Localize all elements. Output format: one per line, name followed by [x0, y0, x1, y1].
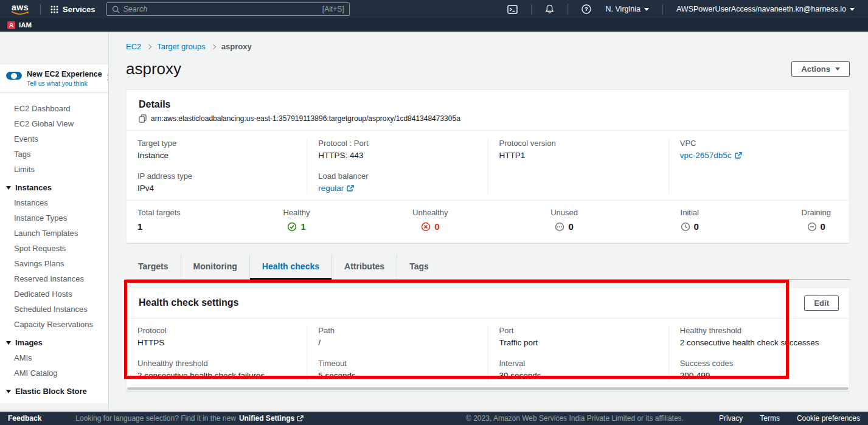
sidebar-item-ami-catalog[interactable]: AMI Catalog — [0, 365, 108, 381]
sidebar-section-instances[interactable]: Instances — [0, 177, 108, 195]
hc-protocol-value: HTTPS — [137, 338, 296, 347]
field-label: Target type — [137, 139, 296, 148]
account-label: AWSPowerUserAccess/navaneeth.kn@harness.… — [676, 5, 846, 13]
close-panel-button[interactable] — [107, 72, 109, 83]
field-label: Load balancer — [318, 171, 476, 181]
breadcrumb: EC2 Target groups asproxy — [126, 42, 850, 51]
new-experience-toggle[interactable] — [6, 72, 22, 80]
sidebar-item-scheduled-instances[interactable]: Scheduled Instances — [0, 302, 108, 317]
health-check-title: Health check settings — [139, 297, 239, 308]
sidebar-item-ec2-global-view[interactable]: EC2 Global View — [0, 116, 108, 131]
cookie-preferences-link[interactable]: Cookie preferences — [797, 414, 860, 423]
stat-total-targets: Total targets 1 — [137, 208, 181, 234]
favorite-iam-shortcut[interactable]: IAM — [7, 21, 32, 29]
details-column-3: Protocol version HTTP1 — [488, 139, 668, 194]
sidebar-item-savings-plans[interactable]: Savings Plans — [0, 256, 108, 271]
services-menu-button[interactable]: Services — [47, 5, 99, 14]
field-label: IP address type — [137, 171, 296, 181]
nav-divider — [531, 4, 532, 15]
hc-column-4: Healthy threshold 2 consecutive health c… — [668, 326, 849, 381]
tab-monitoring[interactable]: Monitoring — [181, 255, 249, 279]
sidebar-item-ec2-dashboard[interactable]: EC2 Dashboard — [0, 101, 108, 116]
language-hint: Looking for language selection? Find it … — [75, 414, 236, 423]
field-label: Port — [499, 326, 658, 335]
ip-address-type-value: IPv4 — [137, 184, 296, 193]
vpc-link[interactable]: vpc-2657db5c — [680, 151, 742, 160]
aws-smile-icon — [11, 11, 29, 15]
sidebar-item-amis[interactable]: AMIs — [0, 350, 108, 365]
sidebar-item-events[interactable]: Events — [0, 131, 108, 147]
protocol-version-value: HTTP1 — [499, 151, 658, 160]
search-bar[interactable]: [Alt+S] — [106, 2, 350, 16]
stat-draining: Draining 0 — [802, 208, 831, 234]
breadcrumb-separator-icon — [147, 44, 151, 49]
copy-icon[interactable] — [139, 114, 147, 123]
field-label: Unhealthy threshold — [137, 359, 296, 368]
breadcrumb-target-groups-link[interactable]: Target groups — [157, 42, 206, 51]
health-check-settings-card: Health check settings Edit Protocol HTTP… — [126, 288, 850, 391]
tell-us-link[interactable]: Tell us what you think — [27, 80, 102, 87]
region-selector[interactable]: N. Virginia — [599, 5, 656, 13]
footer-bar: Feedback Looking for language selection?… — [0, 412, 868, 425]
sidebar-item-instance-types[interactable]: Instance Types — [0, 210, 108, 226]
sidebar-item-tags[interactable]: Tags — [0, 147, 108, 162]
cloudshell-button[interactable] — [500, 5, 525, 14]
notifications-button[interactable] — [538, 4, 561, 14]
sidebar-item-dedicated-hosts[interactable]: Dedicated Hosts — [0, 286, 108, 302]
privacy-link[interactable]: Privacy — [719, 414, 743, 423]
search-input[interactable] — [123, 5, 319, 13]
hc-timeout-value: 5 seconds — [318, 371, 476, 380]
feedback-button[interactable]: Feedback — [8, 414, 41, 423]
tab-attributes[interactable]: Attributes — [332, 255, 397, 279]
breadcrumb-ec2-link[interactable]: EC2 — [126, 42, 141, 51]
chevron-expanded-icon — [6, 341, 11, 345]
tab-health-checks[interactable]: Health checks — [249, 255, 332, 279]
field-label: Protocol — [137, 326, 296, 335]
nav-divider — [568, 4, 568, 15]
favorites-bar: IAM — [0, 18, 868, 32]
sidebar-item-launch-templates[interactable]: Launch Templates — [0, 226, 108, 241]
main-content: EC2 Target groups asproxy asproxy Action… — [109, 32, 868, 412]
load-balancer-link[interactable]: regular — [318, 184, 354, 193]
details-header: Details arn:aws:elasticloadbalancing:us-… — [127, 90, 849, 130]
arn-row: arn:aws:elasticloadbalancing:us-east-1:3… — [139, 114, 837, 123]
terms-link[interactable]: Terms — [760, 414, 780, 423]
hc-column-3: Port Traffic port Interval 30 seconds — [488, 326, 668, 381]
topbar-right-controls: ? N. Virginia AWSPowerUserAccess/navanee… — [500, 4, 862, 15]
unified-settings-link[interactable]: Unified Settings — [239, 414, 304, 423]
target-stats-row: Total targets 1 Healthy 1 Unhealthy — [127, 200, 849, 243]
healthy-check-icon — [287, 222, 297, 232]
breadcrumb-current: asproxy — [221, 42, 252, 51]
hc-success-codes-value: 200-499 — [680, 371, 838, 380]
sidebar-section-elastic-block-store[interactable]: Elastic Block Store — [0, 381, 108, 399]
sidebar-section-images[interactable]: Images — [0, 332, 108, 350]
sidebar-items: EC2 Dashboard EC2 Global View Events Tag… — [0, 92, 108, 412]
sidebar-item-instances[interactable]: Instances — [0, 195, 108, 210]
sidebar-item-reserved-instances[interactable]: Reserved Instances — [0, 271, 108, 286]
hc-healthy-threshold-value: 2 consecutive health check successes — [680, 338, 838, 347]
account-menu[interactable]: AWSPowerUserAccess/navaneeth.kn@harness.… — [669, 5, 862, 13]
page-header: asproxy Actions — [126, 59, 850, 78]
edit-button[interactable]: Edit — [804, 295, 839, 311]
page-title: asproxy — [126, 60, 181, 78]
sidebar-item-capacity-reservations[interactable]: Capacity Reservations — [0, 317, 108, 332]
actions-button[interactable]: Actions — [791, 61, 850, 77]
iam-icon — [7, 21, 15, 29]
field-label: Path — [318, 326, 476, 335]
close-icon — [107, 74, 109, 81]
help-button[interactable]: ? — [574, 4, 599, 14]
initial-clock-icon — [681, 222, 690, 232]
unhealthy-x-icon — [421, 222, 431, 232]
field-label: Healthy threshold — [680, 326, 838, 335]
breadcrumb-separator-icon — [211, 44, 216, 49]
new-experience-panel: New EC2 Experience Tell us what you thin… — [0, 64, 108, 92]
tab-tags[interactable]: Tags — [397, 255, 441, 279]
horizontal-scrollbar[interactable] — [127, 387, 849, 390]
favorite-label: IAM — [19, 21, 32, 29]
new-experience-title: New EC2 Experience — [27, 70, 102, 78]
aws-logo[interactable]: aws — [11, 4, 29, 15]
sidebar-item-spot-requests[interactable]: Spot Requests — [0, 241, 108, 256]
tab-targets[interactable]: Targets — [126, 255, 181, 279]
sidebar-item-limits[interactable]: Limits — [0, 162, 108, 177]
field-label: Success codes — [680, 359, 838, 368]
